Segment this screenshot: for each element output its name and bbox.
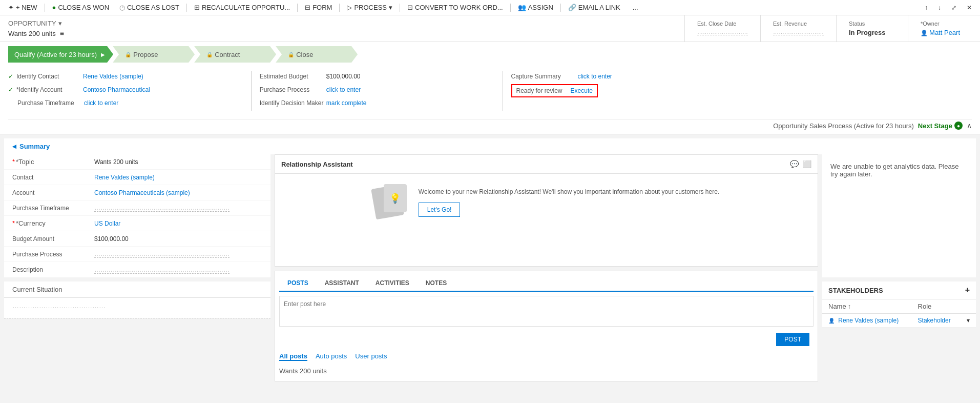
filter-all-posts[interactable]: All posts — [279, 352, 307, 361]
stakeholders-name-col: Name ↑ — [822, 299, 912, 314]
ra-share-icon[interactable]: ⬜ — [803, 160, 811, 168]
stage-close[interactable]: 🔒 Close — [276, 46, 358, 63]
purchase-process-form-label: Purchase Process — [12, 251, 94, 258]
next-stage-button[interactable]: Next Stage ● — [918, 122, 963, 130]
currency-label: **Currency — [12, 219, 94, 227]
contact-value[interactable]: Rene Valdes (sample) — [94, 174, 155, 181]
stakeholders-add-button[interactable]: + — [965, 286, 970, 295]
ra-welcome-text: Welcome to your new Relationship Assista… — [419, 187, 719, 196]
ra-chat-icon[interactable]: 💬 — [790, 160, 799, 168]
new-icon: ✦ — [8, 4, 14, 11]
ra-illustration: 💡 — [373, 184, 414, 220]
topic-label: **Topic — [12, 158, 94, 166]
header-right: Est. Close Date ……………………… Est. Revenue …… — [684, 15, 980, 42]
contact-label: Contact — [12, 174, 94, 181]
separator-7 — [560, 4, 561, 12]
account-value[interactable]: Contoso Pharmaceuticals (sample) — [94, 189, 190, 196]
stakeholder-name[interactable]: 👤 Rene Valdes (sample) — [822, 314, 912, 328]
stage-qualify-arrow: ▶ — [101, 52, 105, 57]
recalculate-button[interactable]: ⊞ RECALCULATE OPPORTU... — [190, 2, 294, 13]
post-input-area[interactable] — [279, 296, 814, 327]
identify-decision-value[interactable]: mark complete — [326, 99, 367, 107]
form-icon: ⊟ — [305, 4, 310, 11]
separator-1 — [45, 4, 45, 12]
summary-title: Summary — [19, 143, 50, 150]
filter-user-posts[interactable]: User posts — [355, 352, 387, 361]
description-value[interactable]: ………………………………………………………… — [94, 266, 230, 274]
purchase-timeframe-value[interactable]: click to enter — [84, 99, 118, 107]
post-button[interactable]: POST — [776, 333, 809, 346]
current-situation-card: Current Situation …………………………………… — [4, 281, 270, 318]
header-field-status: Status In Progress — [837, 15, 908, 42]
current-situation-body[interactable]: …………………………………… — [4, 298, 270, 318]
account-row: Account Contoso Pharmaceuticals (sample) — [4, 185, 270, 200]
purchase-timeframe-form-value[interactable]: ………………………………………………………… — [94, 204, 230, 212]
email-link-icon: 🔗 — [568, 4, 576, 11]
relationship-assistant-card: Relationship Assistant 💬 ⬜ 💡 — [275, 154, 818, 267]
separator-5 — [400, 4, 400, 12]
stage-contract[interactable]: 🔒 Contract — [194, 46, 276, 63]
close-as-lost-button[interactable]: ◷ CLOSE AS LOST — [115, 2, 183, 13]
page-title: Wants 200 units — [8, 30, 56, 37]
identify-contact-value[interactable]: Rene Valdes (sample) — [83, 73, 143, 80]
name-sort-icon[interactable]: ↑ — [848, 303, 851, 310]
process-button[interactable]: ▷ PROCESS ▾ — [343, 2, 397, 13]
right-panel: We are unable to get analytics data. Ple… — [822, 154, 976, 381]
nav-up-button[interactable]: ↑ — [921, 2, 932, 13]
tab-posts[interactable]: POSTS — [279, 275, 317, 292]
process-icon: ▷ — [347, 4, 352, 11]
budget-amount-value: $100,000.00 — [94, 235, 129, 243]
purchase-process-form-value[interactable]: ………………………………………………………… — [94, 250, 230, 258]
check-identify-account-icon: ✓ — [8, 86, 13, 93]
nav-close-button[interactable]: ✕ — [963, 2, 976, 13]
ready-for-review-box: Ready for review Execute — [511, 84, 598, 97]
close-as-won-button[interactable]: ● CLOSE AS WON — [48, 2, 114, 13]
tab-notes[interactable]: NOTES — [418, 275, 455, 292]
filter-auto-posts[interactable]: Auto posts — [316, 352, 347, 361]
collapse-process-button[interactable]: ∧ — [967, 122, 972, 130]
currency-value[interactable]: US Dollar — [94, 220, 120, 227]
table-row: 👤 Rene Valdes (sample) Stakeholder ▾ — [822, 314, 976, 328]
left-panel: **Topic Wants 200 units Contact Rene Val… — [4, 154, 270, 381]
nav-down-button[interactable]: ↓ — [934, 2, 945, 13]
lock-close-icon: 🔒 — [288, 52, 294, 57]
summary-triangle-icon: ◀ — [12, 144, 16, 149]
process-footer: Opportunity Sales Process (Active for 23… — [8, 119, 972, 134]
posts-filter: All posts Auto posts User posts — [279, 348, 814, 365]
stakeholder-role[interactable]: Stakeholder — [912, 314, 961, 328]
stage-propose-label: Propose — [133, 51, 158, 58]
execute-button[interactable]: Execute — [571, 87, 593, 94]
stage-propose[interactable]: 🔒 Propose — [113, 46, 195, 63]
lock-contract-icon: 🔒 — [206, 52, 213, 57]
revenue-value[interactable]: ……………………… — [773, 29, 824, 35]
identify-contact-row: ✓ Identify Contact Rene Valdes (sample) — [8, 71, 235, 82]
convert-button[interactable]: ⊡ CONVERT TO WORK ORD... — [403, 2, 507, 13]
close-date-value[interactable]: ……………………… — [697, 29, 748, 35]
email-link-button[interactable]: 🔗 EMAIL A LINK — [564, 2, 624, 13]
title-menu-icon[interactable]: ≡ — [60, 29, 64, 37]
entity-dropdown-icon[interactable]: ▾ — [58, 19, 62, 27]
lets-go-button[interactable]: Let's Go! — [419, 203, 461, 217]
new-button[interactable]: ✦ + NEW — [4, 2, 41, 13]
assign-button[interactable]: 👥 ASSIGN — [514, 2, 557, 13]
identify-account-value[interactable]: Contoso Pharmaceutical — [83, 86, 150, 93]
close-won-icon: ● — [52, 4, 56, 11]
separator-2 — [186, 4, 187, 12]
process-bar-container: Qualify (Active for 23 hours) ▶ 🔒 Propos… — [0, 42, 980, 134]
capture-summary-value[interactable]: click to enter — [578, 73, 612, 80]
purchase-process-value[interactable]: click to enter — [326, 86, 361, 93]
assign-icon: 👥 — [518, 4, 526, 11]
form-button[interactable]: ⊟ FORM — [301, 2, 336, 13]
stakeholders-card: STAKEHOLDERS + Name ↑ Role — [822, 281, 976, 328]
post-input[interactable] — [284, 300, 809, 315]
stage-divider-1 — [251, 71, 252, 111]
next-stage-circle-icon: ● — [954, 122, 963, 130]
nav-expand-button[interactable]: ⤢ — [947, 2, 961, 13]
stage-qualify[interactable]: Qualify (Active for 23 hours) ▶ — [8, 46, 113, 63]
owner-link[interactable]: 👤 Matt Peart — [921, 29, 968, 36]
tab-activities[interactable]: ACTIVITIES — [367, 275, 418, 292]
stakeholder-dropdown-icon[interactable]: ▾ — [961, 314, 976, 328]
tab-assistant[interactable]: ASSISTANT — [317, 275, 367, 292]
more-button[interactable]: ... — [629, 2, 642, 13]
process-stages: Qualify (Active for 23 hours) ▶ 🔒 Propos… — [8, 46, 972, 63]
